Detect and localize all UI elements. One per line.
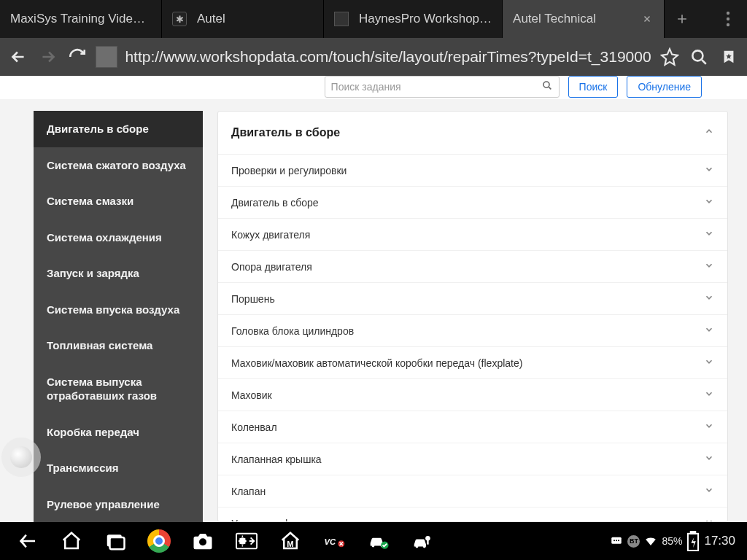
browser-toolbar: http://www.workshopdata.com/touch/site/l… bbox=[0, 38, 747, 76]
forward-button[interactable] bbox=[34, 40, 61, 74]
accordion-item[interactable]: Коленвал bbox=[218, 411, 727, 443]
accordion-item-label: Клапанная крышка bbox=[231, 454, 322, 465]
browser-tab[interactable]: ✱Autel bbox=[162, 0, 324, 38]
close-icon[interactable] bbox=[640, 12, 654, 26]
find-button[interactable] bbox=[685, 40, 713, 74]
home-nav-button[interactable] bbox=[50, 522, 93, 560]
chevron-down-icon bbox=[704, 485, 714, 497]
accordion-item[interactable]: Головка блока цилиндров bbox=[218, 315, 727, 347]
browser-tab[interactable]: HaynesPro Workshop… bbox=[324, 0, 503, 38]
svg-point-1 bbox=[727, 18, 729, 20]
sidebar-item[interactable]: Топливная система bbox=[34, 327, 203, 364]
accordion-item-label: Кожух двигателя bbox=[231, 229, 310, 241]
tab-strip-rest bbox=[665, 0, 747, 38]
accordion-item-label: Проверки и регулировки bbox=[231, 165, 347, 176]
svg-point-17 bbox=[423, 545, 426, 548]
main-panel: Двигатель в сборе Проверки и регулировки… bbox=[217, 111, 728, 522]
accordion-item-label: Маховик/маховик автоматической коробки п… bbox=[231, 357, 522, 369]
sidebar-item[interactable]: Система впуска воздуха bbox=[34, 292, 203, 328]
accordion-item[interactable]: Установка фаз распределения bbox=[218, 508, 727, 522]
new-tab-button[interactable] bbox=[665, 12, 700, 26]
battery-charging-icon bbox=[686, 534, 700, 548]
brightness-app-icon[interactable] bbox=[225, 522, 268, 560]
chevron-down-icon bbox=[704, 164, 714, 176]
chevron-down-icon bbox=[704, 453, 714, 465]
back-nav-button[interactable] bbox=[6, 522, 50, 560]
accordion-item-label: Опора двигателя bbox=[231, 261, 312, 273]
accordion-item-label: Двигатель в сборе bbox=[231, 197, 319, 209]
assistive-touch[interactable] bbox=[1, 438, 41, 477]
chevron-up-icon bbox=[704, 126, 714, 139]
vehicle-ok-icon[interactable] bbox=[356, 522, 400, 560]
browser-tab[interactable]: MaxiSys Training Vide… bbox=[0, 0, 162, 38]
camera-app-icon[interactable] bbox=[181, 522, 225, 560]
accordion-list: Проверки и регулировкиДвигатель в сбореК… bbox=[218, 155, 727, 522]
chevron-down-icon bbox=[704, 324, 714, 337]
accordion-item[interactable]: Двигатель в сборе bbox=[218, 187, 727, 219]
reload-button[interactable] bbox=[63, 40, 91, 74]
browser-tab[interactable]: Autel Technical bbox=[503, 0, 665, 38]
tab-favicon: ✱ bbox=[172, 12, 187, 26]
svg-point-16 bbox=[416, 545, 419, 548]
accordion-item-label: Головка блока цилиндров bbox=[231, 325, 354, 337]
tab-title: Autel bbox=[197, 12, 313, 26]
status-bar: BT 85% 17:30 bbox=[610, 534, 741, 548]
back-button[interactable] bbox=[4, 40, 32, 74]
task-search-input[interactable] bbox=[331, 81, 541, 93]
accordion-item[interactable]: Маховик/маховик автоматической коробки п… bbox=[218, 347, 727, 379]
main-heading-row[interactable]: Двигатель в сборе bbox=[218, 112, 727, 155]
browser-menu-button[interactable] bbox=[712, 11, 744, 27]
page-content: Двигатель в сбореСистема сжатого воздуха… bbox=[34, 111, 728, 522]
chevron-down-icon bbox=[704, 292, 714, 305]
sms-icon bbox=[610, 534, 623, 548]
sidebar-item[interactable]: Система сжатого воздуха bbox=[34, 147, 203, 184]
accordion-item-label: Клапан bbox=[231, 486, 266, 497]
svg-point-13 bbox=[372, 545, 375, 548]
accordion-item[interactable]: Клапан bbox=[218, 475, 727, 508]
svg-point-23 bbox=[618, 540, 619, 541]
accordion-item-label: Маховик bbox=[231, 389, 272, 401]
tab-title: HaynesPro Workshop… bbox=[359, 12, 492, 26]
wifi-icon bbox=[644, 534, 657, 548]
sidebar-item[interactable]: Система выпуска отработавших газов bbox=[34, 364, 203, 414]
maxisys-home-icon[interactable]: M bbox=[268, 522, 312, 560]
sidebar-item[interactable]: Система охлаждения bbox=[34, 219, 203, 256]
svg-point-22 bbox=[616, 540, 617, 541]
svg-rect-19 bbox=[427, 540, 428, 545]
task-search-box[interactable] bbox=[325, 76, 560, 98]
service-icon[interactable] bbox=[400, 522, 444, 560]
sidebar-item[interactable]: Рулевое управление bbox=[34, 486, 203, 523]
address-bar[interactable]: http://www.workshopdata.com/touch/site/l… bbox=[96, 44, 651, 70]
tab-favicon bbox=[334, 12, 349, 26]
svg-text:VC: VC bbox=[325, 537, 337, 546]
bookmark-star-button[interactable] bbox=[656, 40, 684, 74]
clock: 17:30 bbox=[704, 534, 735, 548]
vci-icon[interactable]: VC bbox=[312, 522, 356, 560]
sidebar-item[interactable]: Система смазки bbox=[34, 183, 203, 219]
sidebar-item[interactable]: Коробка передач bbox=[34, 414, 203, 451]
sidebar-item[interactable]: Запуск и зарядка bbox=[34, 255, 203, 292]
accordion-item[interactable]: Проверки и регулировки bbox=[218, 155, 727, 187]
main-heading: Двигатель в сборе bbox=[231, 126, 340, 139]
svg-point-0 bbox=[727, 12, 729, 15]
svg-point-2 bbox=[727, 23, 729, 26]
accordion-item[interactable]: Кожух двигателя bbox=[218, 219, 727, 251]
accordion-item[interactable]: Клапанная крышка bbox=[218, 443, 727, 475]
recents-nav-button[interactable] bbox=[93, 522, 137, 560]
reset-button[interactable]: Обнуление bbox=[627, 76, 702, 98]
accordion-item[interactable]: Опора двигателя bbox=[218, 251, 727, 283]
chrome-app-icon[interactable] bbox=[137, 522, 181, 560]
accordion-item[interactable]: Маховик bbox=[218, 379, 727, 411]
sidebar-item[interactable]: Двигатель в сборе bbox=[34, 111, 203, 147]
tab-title: MaxiSys Training Vide… bbox=[10, 12, 151, 26]
accordion-item[interactable]: Поршень bbox=[218, 283, 727, 315]
system-nav-bar: M VC BT 85% 17:30 bbox=[0, 522, 747, 560]
battery-percent: 85% bbox=[662, 535, 682, 547]
bookmarks-button[interactable] bbox=[715, 40, 743, 74]
search-button[interactable]: Поиск bbox=[568, 76, 619, 98]
site-icon bbox=[96, 46, 117, 68]
chevron-down-icon bbox=[704, 389, 714, 401]
svg-rect-25 bbox=[691, 532, 695, 534]
sidebar-item[interactable]: Трансмиссия bbox=[34, 450, 203, 486]
svg-point-21 bbox=[614, 540, 615, 541]
